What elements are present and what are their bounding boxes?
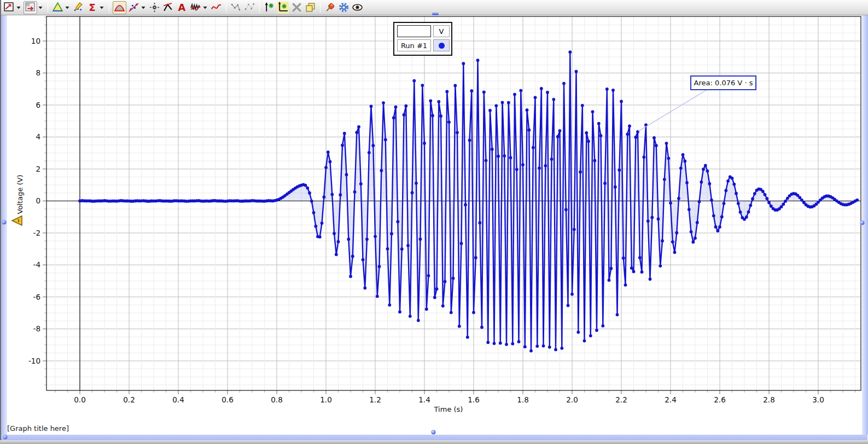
svg-text:6: 6: [36, 101, 40, 109]
svg-text:-2: -2: [33, 229, 40, 237]
x-axis-label[interactable]: Time (s): [421, 405, 476, 413]
graph-display-icon: [3, 2, 15, 13]
smart-cursor-button[interactable]: [148, 1, 161, 14]
curve-fit-button[interactable]: [127, 1, 140, 14]
plot-area[interactable]: 0.00.20.40.60.81.01.21.41.61.82.02.22.42…: [0, 0, 868, 444]
prism-dropdown-arrow[interactable]: [65, 2, 70, 14]
sketch-button[interactable]: [210, 1, 223, 14]
smart-cursor-icon: [149, 2, 160, 13]
legend[interactable]: V Run #1: [393, 22, 452, 56]
tangent-icon: [162, 2, 174, 13]
resize-handle-top[interactable]: [432, 13, 439, 15]
annotate-icon: A: [176, 2, 188, 13]
graph-display-button[interactable]: [3, 1, 15, 14]
visibility-eye-icon: [352, 2, 363, 13]
svg-text:2.0: 2.0: [566, 395, 578, 404]
svg-text:1.6: 1.6: [468, 395, 479, 404]
svg-text:-6: -6: [33, 293, 40, 301]
svg-text:2.8: 2.8: [763, 395, 774, 404]
legend-name-field[interactable]: [397, 25, 431, 37]
toolbar-separator: [48, 3, 48, 13]
svg-text:A: A: [178, 2, 186, 13]
resize-handle-right[interactable]: [860, 220, 865, 225]
svg-text:1.0: 1.0: [320, 395, 331, 404]
svg-text:1.4: 1.4: [418, 395, 430, 404]
svg-text:2.4: 2.4: [665, 395, 676, 404]
pin-button[interactable]: [324, 1, 336, 14]
svg-text:2.2: 2.2: [615, 395, 627, 404]
svg-text:-10: -10: [28, 357, 40, 365]
toolbar-separator: [259, 3, 260, 13]
axes-tool-button[interactable]: [277, 1, 289, 14]
tangent-button[interactable]: [162, 1, 174, 14]
sketch-icon: [211, 2, 222, 13]
svg-text:0: 0: [36, 196, 40, 205]
curve-fit-dropdown-arrow[interactable]: [141, 2, 146, 14]
svg-text:1.2: 1.2: [369, 395, 381, 404]
sigma-dropdown-arrow[interactable]: [99, 2, 104, 14]
graph-title-placeholder[interactable]: [Graph title here]: [7, 424, 69, 433]
sigma-icon: Σ: [86, 2, 98, 13]
noise-wave-icon: [190, 2, 201, 13]
selection-strip-bottom: [1, 435, 867, 440]
toolbar-separator: [109, 3, 109, 13]
prism-button[interactable]: [51, 1, 64, 14]
area-tool-button[interactable]: [113, 1, 126, 14]
pencil-edit-icon: [73, 2, 84, 13]
remove-plot-icon: [291, 2, 302, 13]
svg-text:0.8: 0.8: [271, 395, 282, 404]
area-tool-icon: [114, 2, 125, 13]
legend-unit-label: V: [433, 25, 450, 37]
noise-wave-dropdown-arrow[interactable]: [202, 2, 208, 14]
axes-tool-icon: [277, 2, 289, 13]
remove-plot-button[interactable]: [290, 1, 303, 14]
resize-handle-bottom-left[interactable]: [3, 435, 8, 440]
unlink-points-button[interactable]: [243, 1, 256, 14]
graph-window: 0.00.20.40.60.81.01.21.41.61.82.02.22.42…: [0, 0, 868, 444]
svg-text:-8: -8: [33, 324, 40, 333]
copy-display-button[interactable]: [304, 1, 317, 14]
settings-gear-icon: [338, 2, 349, 13]
window-bottom-edge: [0, 440, 868, 444]
legend-marker-cell[interactable]: [433, 39, 450, 51]
graph-display-dropdown-arrow[interactable]: [16, 2, 21, 14]
curve-fit-icon: [128, 2, 139, 13]
add-plot-button[interactable]: [263, 1, 276, 14]
svg-text:10: 10: [31, 37, 40, 45]
scale-to-fit-icon: [25, 2, 36, 13]
legend-run-label[interactable]: Run #1: [397, 39, 431, 51]
sigma-button[interactable]: Σ: [86, 1, 98, 14]
copy-display-icon: [305, 2, 316, 13]
svg-text:2: 2: [36, 165, 40, 173]
run1-marker-dot: [439, 43, 445, 49]
toolbar-separator: [320, 3, 321, 13]
area-annotation[interactable]: Area: 0.076 V · s: [690, 75, 756, 90]
svg-text:0.6: 0.6: [222, 395, 233, 404]
svg-text:0.0: 0.0: [74, 395, 85, 404]
scale-to-fit-button[interactable]: [24, 1, 37, 14]
visibility-eye-button[interactable]: [351, 1, 364, 14]
resize-handle-left[interactable]: [2, 220, 7, 225]
svg-text:0.2: 0.2: [123, 395, 135, 404]
svg-text:8: 8: [36, 68, 40, 77]
link-points-button[interactable]: [230, 1, 242, 14]
scale-to-fit-dropdown-arrow[interactable]: [38, 2, 43, 14]
annotate-button[interactable]: A: [176, 1, 188, 14]
svg-text:3.0: 3.0: [812, 395, 824, 404]
prism-icon: [52, 2, 63, 13]
svg-text:-4: -4: [33, 260, 40, 269]
svg-text:Σ: Σ: [89, 2, 95, 13]
selection-strip-left: [1, 15, 7, 435]
toolbar-separator: [226, 3, 226, 13]
pin-icon: [324, 2, 336, 13]
warning-triangle-icon[interactable]: [10, 214, 24, 227]
resize-handle-bottom[interactable]: [431, 430, 436, 435]
add-plot-icon: [264, 2, 275, 13]
link-points-icon: [230, 2, 242, 13]
unlink-points-icon: [244, 2, 255, 13]
settings-gear-button[interactable]: [337, 1, 350, 14]
noise-wave-button[interactable]: [189, 1, 202, 14]
pencil-edit-button[interactable]: [72, 1, 85, 14]
svg-text:4: 4: [36, 132, 40, 141]
svg-text:2.6: 2.6: [714, 395, 725, 404]
